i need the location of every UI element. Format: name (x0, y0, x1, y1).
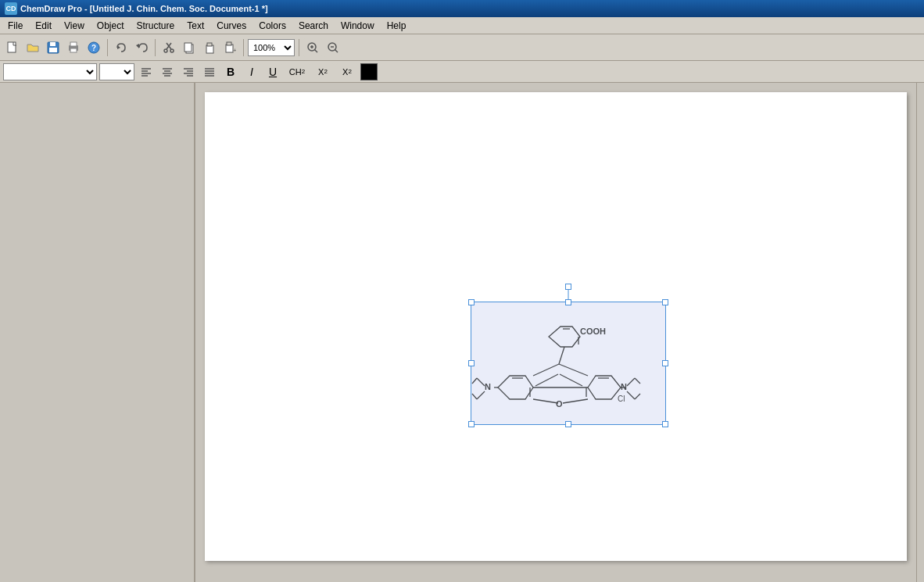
svg-line-62 (477, 391, 485, 399)
new-button[interactable] (3, 38, 22, 57)
color-picker[interactable] (360, 63, 378, 80)
italic-button[interactable]: I (242, 63, 261, 80)
svg-line-60 (477, 378, 485, 386)
svg-rect-0 (8, 42, 16, 52)
underline-button[interactable]: U (263, 63, 282, 80)
svg-rect-16 (184, 43, 192, 52)
paste-button[interactable] (200, 38, 219, 57)
svg-marker-71 (549, 327, 580, 347)
zoom-out-button[interactable] (324, 38, 342, 57)
molecule-svg: O N N (471, 302, 666, 425)
help-button[interactable]: ? (84, 38, 103, 57)
svg-marker-48 (588, 376, 621, 399)
zoom-select[interactable]: 50% 75% 100% 125% 150% 200% (248, 39, 295, 56)
svg-text:N: N (621, 382, 627, 391)
subscript-button[interactable]: X2 (312, 63, 334, 80)
undo-button[interactable] (132, 38, 151, 57)
right-panel (916, 83, 924, 582)
svg-rect-3 (49, 48, 57, 52)
menu-view[interactable]: View (58, 17, 91, 34)
open-button[interactable] (23, 38, 42, 57)
svg-line-63 (472, 394, 477, 399)
svg-marker-10 (136, 44, 139, 48)
svg-marker-45 (498, 376, 533, 399)
menu-search[interactable]: Search (292, 17, 335, 34)
justify-button[interactable] (200, 63, 219, 80)
svg-line-77 (535, 374, 558, 386)
align-left-button[interactable] (137, 63, 156, 80)
svg-line-53 (533, 364, 559, 376)
molecule-container[interactable]: O N N (471, 302, 666, 425)
copy-button[interactable] (180, 38, 199, 57)
svg-line-56 (533, 399, 558, 403)
svg-text:COOH: COOH (580, 327, 606, 336)
title-bar: CD ChemDraw Pro - [Untitled J. Chin. Che… (0, 0, 924, 17)
svg-line-61 (472, 378, 477, 384)
menu-object[interactable]: Object (91, 17, 131, 34)
menu-structure[interactable]: Structure (131, 17, 181, 34)
font-select[interactable] (3, 63, 97, 80)
svg-text:Cl: Cl (618, 395, 625, 403)
toolbar-sep-4 (299, 39, 299, 56)
toolbar-sep-2 (155, 39, 156, 56)
svg-line-67 (635, 378, 640, 384)
menu-bar: File Edit View Object Structure Text Cur… (0, 17, 924, 34)
svg-text:N: N (485, 382, 491, 391)
bold-button[interactable]: B (221, 63, 240, 80)
svg-line-54 (559, 364, 588, 376)
svg-point-14 (170, 49, 174, 52)
document-page: O N N (205, 92, 907, 561)
menu-file[interactable]: File (2, 17, 29, 34)
svg-line-68 (627, 391, 635, 399)
svg-line-23 (315, 49, 318, 52)
menu-colors[interactable]: Colors (252, 17, 292, 34)
paste-special-button[interactable]: + (220, 38, 239, 57)
handle-line (568, 287, 569, 299)
toolbar-sep-3 (243, 39, 244, 56)
menu-edit[interactable]: Edit (29, 17, 58, 34)
svg-rect-18 (207, 43, 212, 46)
svg-rect-5 (70, 42, 77, 46)
svg-line-69 (635, 394, 640, 399)
undo-history-button[interactable] (112, 38, 131, 57)
toolbar: ? + 50% 75% 100% 125% 150% 200% (0, 34, 924, 61)
svg-line-74 (559, 347, 564, 364)
svg-rect-20 (227, 42, 231, 45)
handle-top-extra[interactable] (565, 284, 571, 290)
menu-window[interactable]: Window (335, 17, 381, 34)
svg-line-78 (560, 374, 582, 386)
ch2-button[interactable]: CH2 (285, 63, 310, 80)
menu-curves[interactable]: Curves (210, 17, 252, 34)
svg-text:?: ? (91, 44, 96, 52)
left-panel (0, 83, 195, 582)
svg-text:O: O (556, 399, 563, 409)
cut-button[interactable] (159, 38, 178, 57)
align-right-button[interactable] (179, 63, 198, 80)
save-button[interactable] (44, 38, 63, 57)
main-area: O N N (0, 83, 924, 582)
svg-point-13 (164, 49, 167, 52)
align-center-button[interactable] (158, 63, 177, 80)
svg-text:+: + (233, 47, 236, 54)
format-bar: B I U CH2 X2 X2 (0, 61, 924, 83)
menu-text[interactable]: Text (181, 17, 210, 34)
svg-line-27 (335, 49, 338, 52)
svg-line-66 (627, 378, 635, 386)
svg-marker-9 (117, 45, 120, 49)
font-size-select[interactable] (99, 63, 134, 80)
superscript-button[interactable]: X2 (336, 63, 358, 80)
toolbar-sep-1 (107, 39, 108, 56)
zoom-in-button[interactable] (303, 38, 322, 57)
svg-line-57 (563, 399, 588, 403)
svg-rect-2 (50, 42, 56, 46)
window-title: ChemDraw Pro - [Untitled J. Chin. Chem. … (20, 4, 268, 13)
app-icon: CD (5, 2, 17, 15)
menu-help[interactable]: Help (381, 17, 413, 34)
svg-rect-6 (70, 48, 77, 52)
print-button[interactable] (64, 38, 83, 57)
canvas-area[interactable]: O N N (195, 83, 916, 582)
